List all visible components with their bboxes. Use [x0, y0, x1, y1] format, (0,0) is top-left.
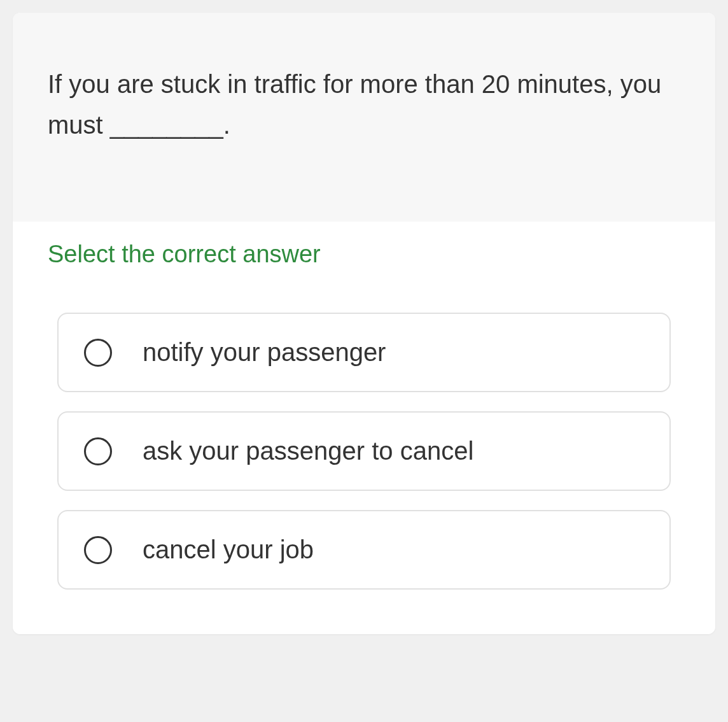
- option-2[interactable]: ask your passenger to cancel: [57, 411, 671, 491]
- options-section: notify your passenger ask your passenger…: [13, 274, 715, 634]
- radio-icon: [84, 536, 112, 564]
- radio-icon: [84, 339, 112, 367]
- radio-icon: [84, 437, 112, 465]
- option-label: ask your passenger to cancel: [143, 437, 473, 465]
- instruction-section: Select the correct answer: [13, 222, 715, 274]
- option-label: cancel your job: [143, 535, 314, 564]
- question-section: If you are stuck in traffic for more tha…: [13, 13, 715, 222]
- option-label: notify your passenger: [143, 338, 386, 367]
- quiz-card: If you are stuck in traffic for more tha…: [13, 13, 715, 634]
- instruction-text: Select the correct answer: [48, 241, 680, 268]
- question-text: If you are stuck in traffic for more tha…: [48, 64, 680, 145]
- option-3[interactable]: cancel your job: [57, 510, 671, 590]
- option-1[interactable]: notify your passenger: [57, 313, 671, 392]
